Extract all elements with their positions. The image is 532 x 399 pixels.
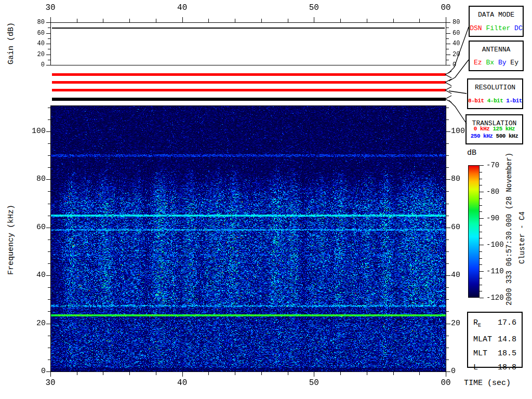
- connector-arrowhead: [445, 87, 451, 94]
- status-bar-data-mode: [52, 73, 446, 76]
- freq-tick-label-left: 100: [25, 127, 46, 135]
- legend-box-translation: TRANSLATION 0 kHz 125 kHz250 kHz 500 kHz: [466, 114, 523, 144]
- time-axis-label: TIME (sec): [464, 379, 511, 387]
- connector-arrowhead: [445, 96, 451, 102]
- legend-box-title: RESOLUTION: [468, 84, 522, 91]
- axis-tick: [446, 287, 449, 288]
- axis-tick: [314, 371, 314, 377]
- axis-tick: [46, 33, 50, 34]
- freq-tick-label-left: 80: [25, 175, 46, 183]
- axis-tick: [446, 324, 450, 324]
- axis-tick: [446, 191, 449, 192]
- legend-item: Ey: [510, 59, 518, 66]
- axis-tick: [480, 291, 482, 291]
- legend-row: 0 kHz 125 kHz: [467, 125, 522, 132]
- axis-tick: [156, 19, 156, 22]
- axis-tick: [46, 228, 50, 228]
- axis-tick: [446, 240, 449, 240]
- axis-tick: [446, 119, 449, 120]
- time-tick-label-bottom: 50: [309, 379, 319, 387]
- axis-tick: [48, 336, 50, 336]
- gain-tick-label-right: 40: [453, 41, 468, 47]
- status-bar-antenna: [52, 81, 446, 84]
- axis-tick: [446, 33, 450, 34]
- axis-tick: [480, 218, 484, 219]
- axis-tick: [48, 263, 50, 264]
- gain-tick-label-right: 80: [453, 19, 468, 25]
- colorbar-tick-label: -110: [486, 268, 510, 275]
- axis-tick: [48, 38, 50, 39]
- axis-tick: [46, 324, 50, 324]
- legend-item: 0 kHz: [474, 126, 490, 132]
- legend-row: 8-bit 4-bit 1-bit: [468, 97, 522, 104]
- axis-tick: [48, 60, 50, 60]
- axis-tick: [48, 348, 50, 348]
- legend-item: DSN: [470, 24, 482, 32]
- gain-tick-label-left: 80: [29, 19, 45, 25]
- axis-tick: [446, 155, 449, 156]
- axis-tick: [446, 348, 449, 348]
- legend-box-rows: 8-bit 4-bit 1-bit: [468, 97, 522, 104]
- ephemeris-value: 17.6: [498, 316, 516, 332]
- axis-tick: [129, 19, 130, 22]
- legend-row: 250 kHz 500 kHz: [467, 132, 522, 140]
- legend-item: By: [498, 59, 507, 66]
- axis-tick: [156, 371, 156, 375]
- gain-tick-label-left: 60: [29, 30, 45, 36]
- gain-tick-label-left: 0: [29, 62, 45, 68]
- axis-tick: [77, 371, 77, 375]
- legend-item: 250 kHz: [471, 133, 493, 139]
- legend-item: Filter: [486, 24, 510, 32]
- axis-tick: [340, 371, 341, 375]
- freq-tick-label-right: 100: [451, 127, 472, 135]
- axis-tick: [261, 19, 262, 22]
- axis-tick: [480, 258, 482, 259]
- gain-tick-label-right: 60: [453, 30, 468, 36]
- axis-tick: [446, 44, 450, 44]
- axis-tick: [480, 185, 482, 185]
- axis-tick: [480, 225, 482, 225]
- colorbar-tick-label: -120: [486, 294, 510, 301]
- axis-tick: [48, 155, 50, 156]
- axis-tick: [48, 360, 50, 360]
- axis-tick: [314, 17, 314, 22]
- legend-row: DSN Filter DC: [470, 24, 523, 32]
- frequency-axis-label: Frequency (kHz): [6, 204, 16, 275]
- time-tick-label-bottom: 00: [441, 379, 450, 387]
- axis-tick: [288, 371, 288, 375]
- colorbar-tick-label: -80: [486, 188, 510, 195]
- ephemeris-label: RE: [473, 316, 481, 332]
- timestamp-annotation: 2000 333 06:57:30.000 (28 November): [504, 152, 514, 307]
- freq-tick-label-right: 80: [451, 175, 472, 183]
- axis-tick: [50, 17, 51, 22]
- axis-tick: [480, 238, 482, 238]
- axis-tick: [446, 251, 449, 252]
- freq-tick-label-right: 20: [451, 320, 472, 327]
- ephemeris-value: 14.8: [498, 332, 516, 347]
- axis-tick: [48, 240, 50, 240]
- gain-line: [52, 28, 445, 29]
- legend-item: 125 kHz: [493, 126, 515, 132]
- legend-box-rows: DSN Filter DC: [470, 24, 523, 32]
- axis-tick: [340, 19, 341, 22]
- gain-tick-label-left: 20: [29, 51, 45, 58]
- axis-tick: [480, 232, 482, 232]
- freq-tick-label-left: 60: [25, 223, 46, 231]
- connector-line-resolution: [449, 91, 467, 94]
- status-bar-translation: [52, 98, 446, 101]
- axis-tick: [46, 22, 50, 23]
- legend-item: DC: [514, 24, 523, 32]
- axis-tick: [446, 179, 450, 180]
- gain-axis-label: Gain (dB): [6, 23, 16, 64]
- colorbar-tick-label: -100: [486, 241, 510, 248]
- axis-tick: [446, 167, 449, 168]
- axis-tick: [480, 205, 482, 206]
- time-tick-label-bottom: 40: [177, 379, 187, 387]
- axis-tick: [480, 172, 482, 172]
- axis-tick: [480, 278, 482, 278]
- time-tick-label-top: 00: [441, 4, 450, 12]
- legend-item: 4-bit: [487, 98, 503, 104]
- time-tick-label-top: 50: [309, 4, 319, 12]
- colorbar-title: dB: [467, 149, 476, 157]
- axis-tick: [480, 251, 482, 252]
